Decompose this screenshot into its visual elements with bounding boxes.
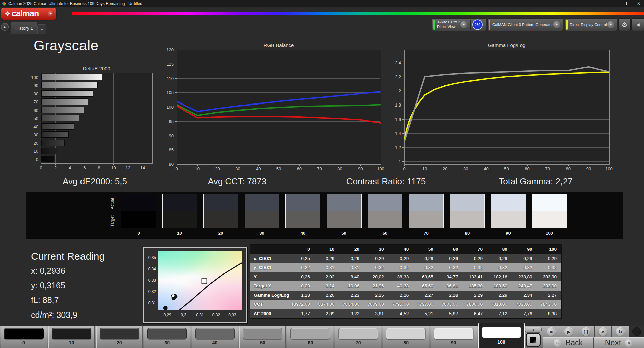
swatch-target-half bbox=[409, 211, 443, 228]
swatch-level-label: 0 bbox=[137, 231, 140, 236]
refresh-button[interactable]: ↻ bbox=[611, 326, 629, 337]
minimize-button[interactable]: – bbox=[612, 0, 623, 7]
gridline bbox=[128, 73, 128, 163]
axis-tick-mark bbox=[381, 165, 381, 166]
gridline bbox=[99, 73, 99, 163]
axis-tick-label: 20 bbox=[443, 166, 447, 171]
grayscale-swatch-strip: Actual Target 0102030405060708090100 bbox=[26, 192, 623, 239]
collapse-panel-button[interactable]: ◀ bbox=[631, 18, 644, 31]
table-cell: 6,47 bbox=[463, 311, 487, 316]
pattern-tile-100[interactable]: 100 bbox=[478, 323, 525, 348]
add-tab-button[interactable]: + bbox=[37, 24, 46, 34]
table-cell: 0,29 bbox=[512, 256, 537, 261]
swatch-level-label: 80 bbox=[465, 231, 470, 236]
pattern-tile-80[interactable]: 80 bbox=[383, 326, 429, 348]
axis-tick-mark bbox=[340, 165, 340, 166]
navigation-row: « Back Next » bbox=[543, 337, 644, 348]
pattern-tile-90[interactable]: 90 bbox=[431, 326, 477, 348]
grayscale-swatch bbox=[368, 194, 402, 228]
axis-tick-label: 12 bbox=[125, 165, 130, 170]
table-cell: 7833,00 bbox=[512, 302, 537, 307]
pattern-tile-60[interactable]: 60 bbox=[287, 326, 333, 348]
deltae-bar bbox=[41, 123, 74, 130]
back-button[interactable]: « Back bbox=[543, 337, 593, 348]
axis-tick-mark bbox=[197, 165, 198, 166]
pattern-window-button[interactable] bbox=[526, 333, 541, 347]
axis-tick-label: 1,4 bbox=[395, 131, 401, 136]
pattern-generator-dropdown[interactable]: CalMAN Client 3 Pattern Generator ▼ bbox=[487, 18, 563, 31]
table-cell: 0,26 bbox=[290, 274, 315, 279]
pattern-tile-40[interactable]: 40 bbox=[192, 326, 238, 348]
meter-dropdown[interactable]: X-Rite i1Pro 2 Direct View ▼ 239 bbox=[432, 18, 486, 31]
tab-history-1[interactable]: History 1 bbox=[11, 22, 37, 34]
axis-tick-label: 80 bbox=[169, 162, 174, 167]
table-cell: 303,90 bbox=[537, 283, 561, 288]
logo-dropdown-button[interactable]: ▼ bbox=[48, 11, 54, 17]
bottom-bar: 0102030405060708090100 ▲ ■▶[·]∞↻ « Back … bbox=[0, 326, 644, 348]
meter-count-badge[interactable]: 239 bbox=[472, 20, 483, 30]
swatch-level-label: 70 bbox=[424, 231, 428, 236]
cie-chart: 0,350,340,330,320,310,290,30,310,320,33 bbox=[143, 247, 247, 323]
swatch-target-half bbox=[368, 211, 402, 228]
table-cell: 238,80 bbox=[512, 274, 537, 279]
table-cell: 0,29 bbox=[339, 256, 364, 261]
axis-tick-label: 0,34 bbox=[148, 267, 156, 271]
axis-tick-mark bbox=[299, 165, 300, 166]
table-cell: 0,29 bbox=[389, 256, 414, 261]
chevron-up-icon: ▲ bbox=[532, 328, 535, 331]
axis-tick-label: 30 bbox=[34, 132, 38, 137]
calman-menu-button[interactable]: ❖ calman ▼ bbox=[1, 8, 56, 20]
pattern-tile-label: 40 bbox=[192, 340, 238, 345]
axis-tick-mark bbox=[548, 165, 548, 166]
collapse-strip-button[interactable]: ▲ bbox=[525, 327, 542, 333]
window-controls: – ✕ bbox=[612, 0, 644, 7]
axis-tick-label: 90 bbox=[358, 166, 363, 171]
meter-mode: Direct View bbox=[437, 25, 455, 29]
table-column-header: 40 bbox=[389, 247, 414, 252]
pattern-tile-10[interactable]: 10 bbox=[48, 326, 95, 348]
table-cell: 1,28 bbox=[290, 293, 315, 298]
pattern-tile-0[interactable]: 0 bbox=[1, 326, 47, 348]
pattern-swatch bbox=[100, 328, 139, 339]
pattern-tile-50[interactable]: 50 bbox=[239, 326, 286, 348]
grayscale-swatch bbox=[327, 194, 362, 228]
tab-scroll-button[interactable]: ▶ bbox=[1, 23, 9, 31]
measured-point-low bbox=[163, 306, 168, 310]
gear-icon: ⚙ bbox=[622, 21, 627, 29]
current-reading-fl: fL: 88,7 bbox=[31, 295, 59, 305]
table-cell: 4,52 bbox=[389, 311, 414, 316]
chart-title: Gamma Log/Log bbox=[404, 42, 609, 48]
swatch-level-label: 100 bbox=[546, 231, 553, 236]
swatch-target-half bbox=[327, 211, 361, 228]
app-icon bbox=[2, 2, 6, 6]
table-cell: 7809,00 bbox=[364, 302, 389, 307]
settings-button[interactable]: ⚙ bbox=[618, 18, 631, 31]
pattern-swatch bbox=[482, 327, 521, 338]
pattern-tile-30[interactable]: 30 bbox=[144, 326, 190, 348]
close-button[interactable]: ✕ bbox=[633, 0, 644, 7]
play-button[interactable]: ▶ bbox=[560, 326, 577, 337]
axis-tick-label: 0,3 bbox=[181, 312, 186, 317]
pattern-tile-20[interactable]: 20 bbox=[96, 326, 143, 348]
stop-button[interactable]: ■ bbox=[543, 326, 560, 337]
maximize-button[interactable] bbox=[623, 0, 633, 7]
table-cell: 2,28 bbox=[438, 293, 463, 298]
single-measure-button[interactable]: [·] bbox=[577, 326, 594, 337]
display-control-dropdown[interactable]: Direct Display Control ▼ bbox=[565, 18, 617, 31]
rgbchart-svg bbox=[177, 50, 381, 164]
axis-tick-label: 90 bbox=[586, 166, 591, 171]
continuous-measure-button[interactable]: ∞ bbox=[594, 326, 611, 337]
pattern-tile-70[interactable]: 70 bbox=[335, 326, 381, 348]
pattern-generator-status-bar bbox=[489, 20, 490, 30]
table-cell: 0,29 bbox=[487, 256, 512, 261]
axis-tick-label: 0,31 bbox=[196, 312, 204, 317]
target-gamma-line bbox=[404, 72, 609, 140]
pattern-tile-label: 50 bbox=[240, 340, 285, 345]
table-row: x: CIE310,250,290,290,290,290,290,290,29… bbox=[250, 254, 561, 263]
table-cell: 2,26 bbox=[389, 293, 414, 298]
axis-tick-label: 100 bbox=[31, 75, 38, 80]
grayscale-swatch bbox=[245, 194, 279, 228]
next-button[interactable]: Next » bbox=[593, 337, 644, 348]
table-column-header: 90 bbox=[512, 247, 537, 252]
refresh-icon: ↻ bbox=[616, 327, 625, 336]
